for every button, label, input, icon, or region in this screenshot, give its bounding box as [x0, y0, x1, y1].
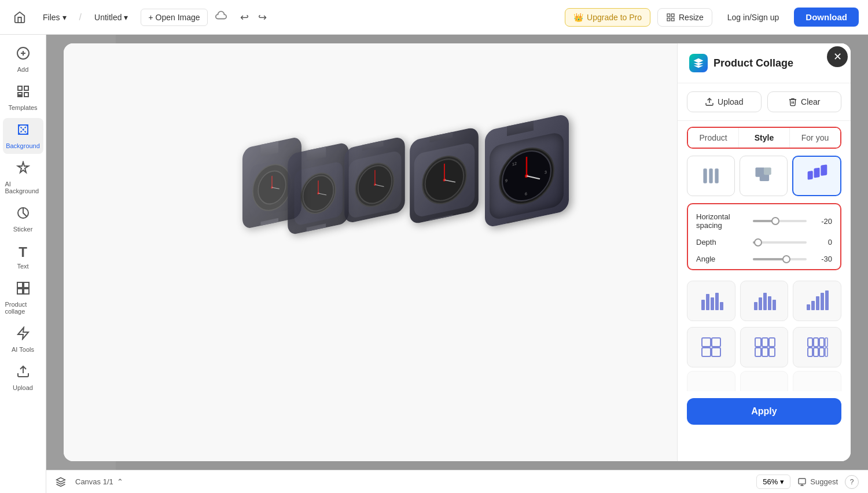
- suggest-label: Suggest: [810, 477, 838, 486]
- apply-button[interactable]: Apply: [687, 398, 841, 425]
- clear-button[interactable]: Clear: [767, 91, 842, 112]
- svg-rect-65: [811, 301, 815, 310]
- sidebar-item-text[interactable]: T Text: [3, 240, 43, 274]
- svg-rect-64: [807, 304, 810, 310]
- svg-rect-11: [18, 95, 22, 97]
- depth-track[interactable]: [753, 241, 807, 244]
- svg-rect-2: [667, 18, 670, 21]
- svg-rect-76: [755, 348, 761, 356]
- modal-title: Product Collage: [713, 57, 793, 69]
- resize-button[interactable]: Resize: [657, 8, 712, 27]
- sidebar-item-upload[interactable]: Upload: [3, 360, 43, 396]
- svg-rect-68: [825, 290, 829, 310]
- horizontal-spacing-track[interactable]: [753, 220, 807, 222]
- suggest-button[interactable]: Suggest: [797, 477, 838, 487]
- sidebar-item-sticker[interactable]: Sticker: [3, 201, 43, 237]
- open-image-button[interactable]: + Open Image: [141, 9, 207, 26]
- upload-label: Upload: [718, 97, 743, 106]
- svg-rect-72: [712, 348, 720, 356]
- redo-button[interactable]: ↪: [255, 9, 270, 26]
- sidebar-item-templates[interactable]: Templates: [3, 80, 43, 116]
- partial-option-1: [687, 371, 735, 391]
- sidebar-item-add[interactable]: Add: [3, 42, 43, 78]
- pattern-bar-2[interactable]: [740, 281, 789, 321]
- svg-rect-10: [24, 93, 28, 97]
- pattern-bar-1[interactable]: [687, 281, 735, 321]
- svg-rect-13: [17, 282, 23, 288]
- help-button[interactable]: ?: [845, 475, 859, 489]
- svg-rect-54: [701, 300, 705, 310]
- svg-rect-50: [764, 167, 771, 175]
- sidebar-item-ai-background[interactable]: AI Background: [3, 156, 43, 199]
- files-menu[interactable]: Files ▾: [37, 9, 72, 25]
- svg-rect-45: [703, 168, 707, 183]
- layout-options-row: [678, 151, 851, 203]
- watches-display: 12 3 6 9: [226, 102, 515, 403]
- grid-option-3[interactable]: [793, 327, 841, 367]
- upgrade-button[interactable]: 👑 Upgrade to Pro: [565, 8, 650, 27]
- modal-close-button[interactable]: ✕: [827, 46, 848, 67]
- svg-rect-66: [816, 296, 819, 310]
- download-button[interactable]: Download: [794, 8, 859, 27]
- layout-option-3[interactable]: [792, 156, 841, 196]
- svg-rect-14: [24, 282, 29, 288]
- document-title[interactable]: Untitled ▾: [89, 9, 134, 25]
- svg-rect-58: [720, 302, 723, 310]
- svg-rect-75: [769, 338, 775, 347]
- canvas-expand-icon: ⌃: [117, 477, 123, 486]
- layers-button[interactable]: [56, 477, 66, 487]
- modal-header: Product Collage: [678, 43, 851, 83]
- resize-icon: [666, 13, 675, 22]
- grid-option-1[interactable]: [687, 327, 735, 367]
- tabs-container: Product Style For you: [687, 127, 841, 149]
- undo-button[interactable]: ↩: [237, 9, 252, 26]
- sidebar-item-background[interactable]: Background: [3, 118, 43, 154]
- svg-rect-63: [773, 300, 776, 310]
- svg-rect-61: [763, 293, 767, 310]
- tabs-section: Product Style For you: [678, 121, 851, 151]
- product-collage-icon: [16, 281, 30, 299]
- sidebar-ai-tools-label: AI Tools: [12, 346, 34, 353]
- login-button[interactable]: Log in/Sign up: [719, 9, 788, 26]
- home-button[interactable]: [9, 7, 30, 28]
- sidebar-item-ai-tools[interactable]: AI Tools: [3, 322, 43, 358]
- grid-option-2[interactable]: [740, 327, 789, 367]
- tab-product[interactable]: Product: [688, 128, 739, 148]
- svg-text:3: 3: [545, 170, 547, 174]
- apply-label: Apply: [751, 406, 777, 416]
- topbar: Files ▾ / Untitled ▾ + Open Image ↩ ↪ 👑 …: [0, 0, 868, 35]
- zoom-chevron: ▾: [780, 477, 784, 486]
- upload-button[interactable]: Upload: [687, 91, 762, 112]
- horizontal-spacing-row: Horizontal spacing -20: [696, 212, 832, 230]
- title-chevron: ▾: [124, 13, 128, 22]
- watch-item: 12 3 6 9: [485, 113, 569, 229]
- layers-icon: [56, 477, 66, 487]
- zoom-control[interactable]: 56% ▾: [756, 474, 790, 489]
- pattern-bar-3[interactable]: [793, 281, 841, 321]
- grid-row-1: [678, 325, 851, 371]
- svg-rect-57: [715, 293, 719, 310]
- sidebar-item-product-collage[interactable]: Product collage: [3, 277, 43, 319]
- sidebar-text-label: Text: [17, 263, 28, 270]
- tab-for-you[interactable]: For you: [790, 128, 840, 148]
- close-icon: ✕: [833, 50, 842, 63]
- layout-option-2[interactable]: [740, 156, 788, 196]
- svg-rect-77: [762, 348, 768, 356]
- bottombar-right: 56% ▾ Suggest ?: [756, 474, 859, 489]
- bottombar: Canvas 1/1 ⌃ 56% ▾ Suggest ?: [46, 470, 868, 493]
- tab-style[interactable]: Style: [739, 128, 790, 148]
- tab-style-label: Style: [755, 133, 774, 142]
- svg-rect-46: [709, 168, 712, 183]
- svg-rect-1: [671, 14, 674, 17]
- text-icon: T: [19, 244, 27, 260]
- canvas-info[interactable]: Canvas 1/1 ⌃: [75, 477, 123, 486]
- download-label: Download: [806, 12, 847, 22]
- svg-rect-80: [814, 338, 818, 347]
- cloud-save-icon[interactable]: [215, 9, 227, 25]
- svg-rect-86: [825, 348, 827, 356]
- layout-option-1[interactable]: [687, 156, 735, 196]
- product-collage-modal: 12 3 6 9 Product: [64, 43, 851, 461]
- angle-track[interactable]: [753, 258, 807, 260]
- svg-rect-56: [711, 297, 714, 310]
- ai-tools-icon: [16, 326, 30, 344]
